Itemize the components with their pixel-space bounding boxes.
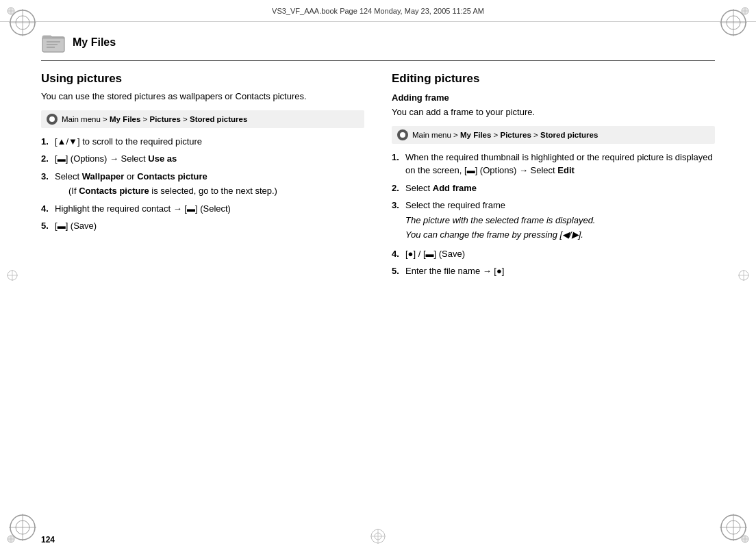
right-step-1: 1. When the required thumbnail is highli… xyxy=(392,151,715,177)
right-step-3: 3. Select the required frame The picture… xyxy=(392,199,715,243)
left-nav-text: Main menu > My Files > Pictures > Stored… xyxy=(62,114,247,125)
left-step-5: 5. [▬] (Save) xyxy=(41,219,364,233)
left-nav-path: Main menu > My Files > Pictures > Stored… xyxy=(41,110,364,128)
right-nav-text: Main menu > My Files > Pictures > Stored… xyxy=(412,129,598,140)
left-step-4: 4. Highlight the required contact → [▬] … xyxy=(41,202,364,216)
right-step-4: 4. [●] / [▬] (Save) xyxy=(392,247,715,261)
left-step-1: 1. [▲/▼] to scroll to the required pictu… xyxy=(41,135,364,149)
right-step-5: 5. Enter the file name → [●] xyxy=(392,264,715,278)
right-nav-path: Main menu > My Files > Pictures > Stored… xyxy=(392,126,715,144)
crosshair-right xyxy=(737,268,751,282)
right-step-3-note1: The picture with the selected frame is d… xyxy=(405,214,715,227)
nav-icon-left xyxy=(47,114,58,125)
corner-decoration-tr xyxy=(716,5,751,40)
section-header: My Files xyxy=(41,22,715,61)
section-title: My Files xyxy=(73,36,116,49)
right-article-subtitle: Adding frame xyxy=(392,92,715,103)
right-step-2: 2. Select Add frame xyxy=(392,182,715,195)
corner-decoration-br xyxy=(716,510,751,545)
main-content: My Files Using pictures You can use the … xyxy=(41,22,715,523)
right-steps: 1. When the required thumbnail is highli… xyxy=(392,151,715,278)
crosshair-left xyxy=(5,268,19,282)
left-step-3: 3. Select Wallpaper or Contacts picture … xyxy=(41,170,364,198)
left-column: Using pictures You can use the stored pi… xyxy=(41,72,364,282)
two-column-layout: Using pictures You can use the stored pi… xyxy=(41,72,715,282)
right-column: Editing pictures Adding frame You can ad… xyxy=(392,72,715,282)
corner-decoration-bl xyxy=(5,510,40,545)
right-article-intro: You can add a frame to your picture. xyxy=(392,105,715,119)
page-number: 124 xyxy=(41,535,55,545)
right-step-3-note2: You can change the frame by pressing [◀/… xyxy=(405,228,715,242)
bottom-compass xyxy=(370,528,386,547)
right-article-title: Editing pictures xyxy=(392,72,715,86)
myfiles-icon xyxy=(41,30,66,55)
left-steps: 1. [▲/▼] to scroll to the required pictu… xyxy=(41,135,364,233)
corner-decoration-tl xyxy=(5,5,40,40)
nav-icon-right xyxy=(397,129,408,140)
left-article-intro: You can use the stored pictures as wallp… xyxy=(41,90,364,103)
left-step-3-note: (If Contacts picture is selected, go to … xyxy=(68,184,364,198)
top-bar: VS3_VF_AAA.book Page 124 Monday, May 23,… xyxy=(0,0,756,22)
left-article-title: Using pictures xyxy=(41,72,364,86)
left-step-2: 2. [▬] (Options) → Select Use as xyxy=(41,152,364,166)
file-info: VS3_VF_AAA.book Page 124 Monday, May 23,… xyxy=(272,7,484,15)
